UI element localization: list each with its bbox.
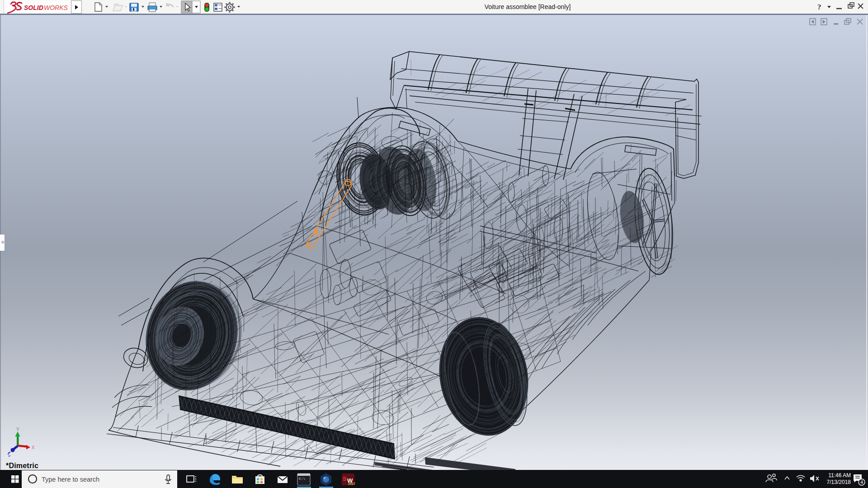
svg-text:4: 4 [861, 480, 863, 485]
svg-text:SOLID: SOLID [24, 4, 43, 11]
svg-text:?: ? [817, 3, 821, 11]
svg-text:X: X [32, 445, 35, 450]
svg-text:Y: Y [16, 427, 19, 432]
svg-text:2017: 2017 [348, 482, 355, 485]
svg-text:C:\: C:\ [299, 477, 306, 481]
svg-text:Z: Z [6, 452, 11, 457]
svg-text:WORKS: WORKS [44, 4, 68, 11]
svg-text:S: S [343, 475, 347, 482]
